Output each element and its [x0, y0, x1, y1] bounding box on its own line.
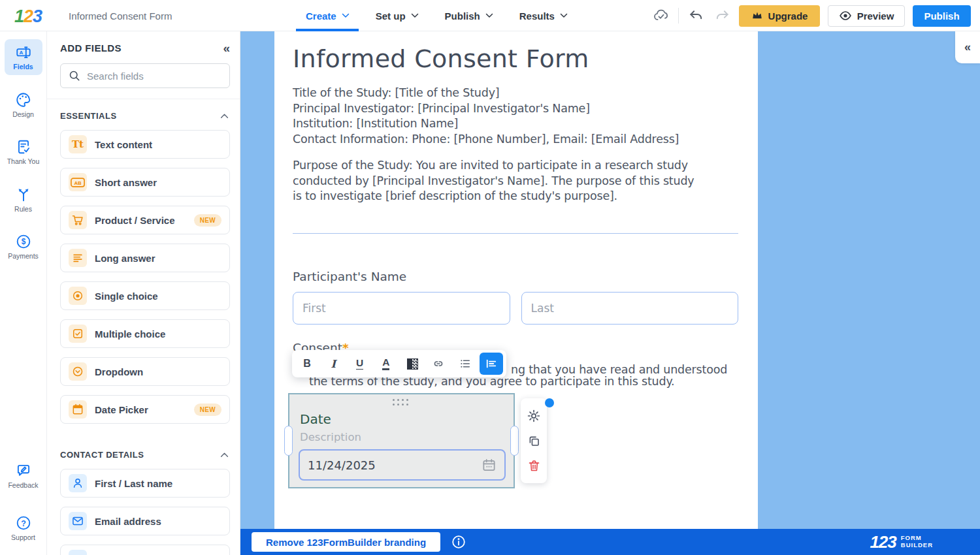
date-field-label[interactable]: Date [300, 411, 331, 427]
section-contact-details[interactable]: CONTACT DETAILS [60, 450, 229, 460]
rich-text-toolbar: B I U A [292, 350, 506, 377]
nav-set-up[interactable]: Set up [376, 0, 419, 31]
highlight-icon [407, 358, 418, 370]
form-intro-text[interactable]: Title of the Study: [Title of the Study]… [293, 86, 738, 147]
rail-item-support[interactable]: ? Support [5, 510, 42, 546]
duplicate-button[interactable] [526, 433, 542, 449]
dropdown-icon [69, 362, 87, 381]
undo-icon[interactable] [687, 7, 705, 25]
rail-item-fields[interactable]: A Fields [5, 39, 42, 75]
field-card-text-content[interactable]: Tt Text content [60, 130, 230, 159]
form-canvas: Informed Consent Form Title of the Study… [240, 31, 980, 555]
cart-icon [69, 211, 87, 229]
field-actions-card [521, 398, 547, 483]
rail-item-feedback[interactable]: Feedback [5, 458, 42, 494]
collapse-panel-icon[interactable]: « [223, 42, 230, 54]
field-card-product-service[interactable]: Product / Service NEW [60, 206, 230, 234]
field-card-first-last-name[interactable]: First / Last name [60, 469, 230, 498]
date-field-block[interactable]: Date Description 11/24/2025 [288, 393, 515, 488]
section-divider [293, 233, 738, 234]
rail-item-design[interactable]: Design [5, 87, 42, 123]
formbuilder-logo: 123 FORMBUILDER [870, 532, 933, 552]
publish-button[interactable]: Publish [913, 5, 971, 27]
nav-create[interactable]: Create [306, 0, 350, 31]
bullet-list-icon [459, 357, 472, 370]
fields-icon: A [15, 44, 32, 61]
upgrade-button[interactable]: Upgrade [739, 5, 820, 27]
nav-results[interactable]: Results [519, 0, 568, 31]
app-root: 123 Informed Consent Form Create Set up … [0, 0, 980, 555]
email-icon [69, 512, 87, 530]
italic-button[interactable]: I [321, 353, 345, 375]
svg-text:AB: AB [74, 180, 82, 185]
search-fields-box[interactable] [60, 63, 230, 88]
preview-button[interactable]: Preview [828, 5, 905, 27]
svg-text:$: $ [21, 238, 25, 247]
resize-handle-left[interactable] [284, 426, 293, 456]
section-essentials[interactable]: ESSENTIALS [60, 111, 229, 121]
align-left-button[interactable] [480, 353, 503, 375]
long-answer-icon [69, 249, 87, 267]
field-card-long-answer[interactable]: Long answer [60, 244, 230, 272]
feedback-icon [15, 462, 32, 479]
chevron-up-icon [220, 452, 229, 458]
field-card-short-answer[interactable]: AB Short answer [60, 168, 230, 197]
radio-icon [69, 287, 87, 305]
field-card-partial[interactable] [60, 545, 230, 555]
rail-item-payments[interactable]: $ Payments [5, 229, 42, 264]
copy-icon [527, 434, 541, 448]
field-card-multiple-choice[interactable]: Multiple choice [60, 319, 230, 348]
crown-icon [751, 10, 763, 22]
link-button[interactable] [427, 353, 450, 375]
participant-name-label[interactable]: Participant's Name [293, 270, 738, 283]
expand-right-panel-button[interactable]: « [955, 31, 980, 63]
left-rail: A Fields Design Thank You Rules $ Paymen… [0, 31, 47, 555]
settings-button[interactable] [526, 408, 542, 424]
person-icon [69, 474, 87, 492]
remove-branding-button[interactable]: Remove 123FormBuilder branding [252, 532, 440, 552]
header-actions: Upgrade Preview Publish [652, 0, 971, 31]
top-bar: 123 Informed Consent Form Create Set up … [0, 0, 980, 31]
drag-handle-icon[interactable] [393, 399, 411, 408]
form-heading[interactable]: Informed Consent Form [293, 44, 738, 73]
bullet-list-button[interactable] [453, 353, 477, 375]
eye-icon [839, 9, 852, 22]
palette-icon [15, 91, 32, 108]
rail-item-thank-you[interactable]: Thank You [5, 134, 42, 170]
date-field-description[interactable]: Description [300, 431, 361, 443]
search-icon [69, 70, 80, 82]
nav-publish[interactable]: Publish [445, 0, 493, 31]
underline-button[interactable]: U [348, 353, 372, 375]
chevron-down-icon [485, 13, 493, 18]
bold-button[interactable]: B [295, 353, 319, 375]
info-icon[interactable] [451, 534, 466, 550]
text-color-button[interactable]: A [374, 353, 398, 375]
question-circle-icon: ? [15, 515, 32, 531]
trash-icon [527, 459, 541, 473]
field-card-email-address[interactable]: Email address [60, 507, 230, 535]
form-purpose-text[interactable]: Purpose of the Study: You are invited to… [293, 158, 738, 204]
selection-dot [545, 398, 554, 407]
search-fields-input[interactable] [87, 71, 221, 82]
cloud-saved-icon [652, 7, 670, 25]
calendar-icon [69, 400, 87, 419]
chevron-up-icon [220, 113, 229, 119]
rail-item-rules[interactable]: Rules [5, 182, 42, 217]
resize-handle-right[interactable] [510, 426, 519, 456]
calendar-icon [482, 458, 497, 473]
svg-text:A: A [19, 50, 23, 56]
date-input[interactable]: 11/24/2025 [299, 449, 506, 481]
app-logo[interactable]: 123 [14, 7, 42, 27]
field-card-single-choice[interactable]: Single choice [60, 281, 230, 310]
branch-icon [15, 186, 32, 203]
highlight-button[interactable] [400, 353, 424, 375]
delete-button[interactable] [526, 458, 542, 473]
first-name-input[interactable] [293, 292, 510, 325]
field-card-date-picker[interactable]: Date Picker NEW [60, 395, 230, 424]
redo-icon [713, 7, 731, 25]
last-name-input[interactable] [521, 292, 739, 325]
link-icon [432, 357, 445, 370]
divider [678, 8, 679, 24]
svg-text:?: ? [21, 519, 26, 528]
field-card-dropdown[interactable]: Dropdown [60, 357, 230, 386]
